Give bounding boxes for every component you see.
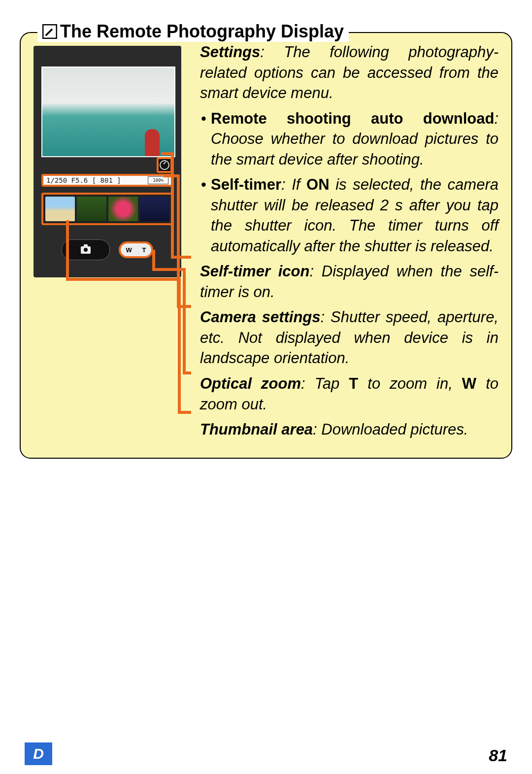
info-box-title-text: The Remote Photography Display	[60, 21, 344, 42]
live-view	[41, 67, 175, 157]
control-row: W T	[41, 237, 173, 263]
callout-camera-settings: Camera settings: Shutter speed, aperture…	[200, 307, 499, 369]
bullet-self-timer: Self-timer: If ON is selected, the camer…	[200, 174, 499, 256]
phone-mockup: 1/250 F5.6 [ 801 ] 100% W T	[33, 46, 181, 277]
optical-zoom-callout[interactable]: W T	[119, 241, 153, 258]
zoom-wide-label: W	[126, 246, 132, 254]
info-box-title: The Remote Photography Display	[37, 21, 349, 42]
battery-indicator: 100%	[148, 176, 168, 184]
callout-optical-zoom: Optical zoom: Tap T to zoom in, W to zoo…	[200, 373, 499, 414]
thumbnail-area-callout	[41, 193, 173, 225]
camera-settings-bar-callout: 1/250 F5.6 [ 801 ] 100%	[41, 174, 173, 187]
info-box: The Remote Photography Display 1/250 F5.…	[20, 32, 512, 459]
callout-thumbnail-area: Thumbnail area: Downloaded pictures.	[200, 419, 499, 440]
page-number: 81	[489, 746, 507, 765]
timer-icon	[160, 160, 169, 170]
shutter-button[interactable]	[62, 239, 110, 260]
section-tab: D	[25, 742, 52, 765]
callout-self-timer-icon: Self-timer icon: Displayed when the self…	[200, 261, 499, 302]
thumbnail	[77, 197, 106, 221]
illustration-column: 1/250 F5.6 [ 801 ] 100% W T	[33, 42, 191, 445]
thumbnail	[140, 197, 169, 221]
cocktail-graphic	[145, 129, 160, 156]
thumbnail	[45, 197, 75, 221]
zoom-tele-label: T	[142, 246, 146, 254]
camera-settings-text: 1/250 F5.6 [ 801 ]	[46, 176, 121, 184]
thumbnail	[108, 197, 138, 221]
camera-icon	[81, 246, 91, 254]
self-timer-icon-callout	[157, 157, 172, 173]
info-box-content: 1/250 F5.6 [ 801 ] 100% W T	[33, 42, 499, 445]
settings-intro: Settings: The following photography-rela…	[200, 42, 499, 103]
pencil-icon	[42, 24, 57, 39]
page-footer: D 81	[0, 740, 532, 774]
bullet-auto-download: Remote shooting auto download: Choose wh…	[200, 108, 499, 170]
description-column: Settings: The following photography-rela…	[200, 42, 499, 445]
